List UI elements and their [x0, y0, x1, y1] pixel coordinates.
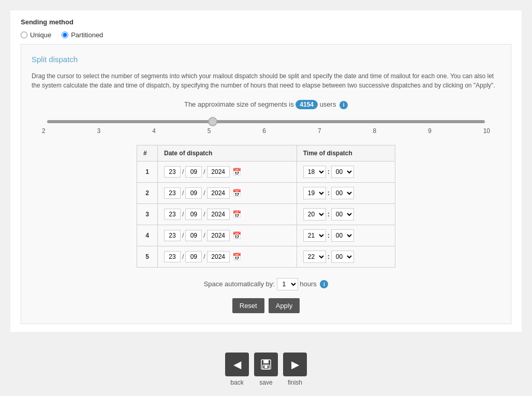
date-sep: /: [182, 168, 184, 175]
hour-select[interactable]: 0001020304050607080910111213141516171819…: [303, 187, 326, 199]
back-nav-wrap: ◀ back: [225, 353, 249, 386]
spacing-row: Space automatically by: 1 2 3 4 hours i: [32, 278, 500, 290]
row-num: 3: [137, 203, 158, 225]
month-field[interactable]: [185, 230, 202, 241]
calendar-icon[interactable]: 📅: [232, 231, 241, 240]
segment-info-icon[interactable]: i: [339, 101, 348, 109]
finish-button[interactable]: ▶: [283, 353, 307, 376]
year-field[interactable]: [207, 251, 230, 262]
split-dispatch-title: Split dispatch: [32, 55, 500, 64]
segments-slider[interactable]: [47, 120, 485, 123]
row-date: / / 📅: [158, 225, 297, 246]
svg-rect-3: [264, 365, 268, 368]
time-colon: :: [328, 211, 330, 218]
time-colon: :: [328, 232, 330, 239]
row-time: 0001020304050607080910111213141516171819…: [297, 161, 395, 182]
table-row: 3 / / 📅 00010203040506070809101112131415…: [137, 203, 395, 225]
back-button[interactable]: ◀: [225, 353, 249, 376]
hour-select[interactable]: 0001020304050607080910111213141516171819…: [303, 251, 326, 263]
space-label: Space automatically by:: [204, 280, 275, 288]
segment-info: The approximate size of segments is 4154…: [32, 100, 500, 109]
hours-label: hours: [300, 280, 317, 288]
slider-label-6: 6: [262, 127, 266, 135]
date-sep2: /: [203, 253, 205, 260]
table-row: 5 / / 📅 00010203040506070809101112131415…: [137, 246, 395, 267]
month-field[interactable]: [185, 209, 202, 220]
unique-radio[interactable]: [21, 32, 27, 38]
unique-option[interactable]: Unique: [21, 31, 51, 39]
hour-select[interactable]: 0001020304050607080910111213141516171819…: [303, 229, 326, 242]
apply-button[interactable]: Apply: [269, 298, 300, 313]
row-time: 0001020304050607080910111213141516171819…: [297, 182, 395, 203]
year-field[interactable]: [207, 209, 230, 220]
hour-select[interactable]: 0001020304050607080910111213141516171819…: [303, 166, 326, 178]
calendar-icon[interactable]: 📅: [232, 253, 241, 261]
min-select[interactable]: 00153045: [331, 229, 354, 242]
button-row: Reset Apply: [32, 298, 500, 313]
split-dispatch-panel: Split dispatch Drag the cursor to select…: [21, 44, 511, 324]
row-date: / / 📅: [158, 246, 297, 267]
row-time: 0001020304050607080910111213141516171819…: [297, 225, 395, 246]
hours-info-icon[interactable]: i: [320, 280, 328, 288]
back-label: back: [230, 379, 243, 386]
table-row: 4 / / 📅 00010203040506070809101112131415…: [137, 225, 395, 246]
row-date: / / 📅: [158, 203, 297, 225]
time-colon: :: [328, 168, 330, 175]
calendar-icon[interactable]: 📅: [232, 210, 241, 218]
row-num: 1: [137, 161, 158, 182]
col-num: #: [137, 145, 158, 161]
date-input-group: / / 📅: [164, 166, 290, 178]
time-colon: :: [328, 189, 330, 197]
year-field[interactable]: [207, 230, 230, 241]
day-field[interactable]: [164, 251, 181, 262]
slider-label-10: 10: [483, 127, 490, 135]
sending-method-section: Sending method Unique Partitioned Split …: [10, 10, 522, 332]
day-field[interactable]: [164, 209, 181, 220]
spacing-select[interactable]: 1 2 3 4: [277, 278, 298, 290]
slider-label-2: 2: [42, 127, 46, 135]
day-field[interactable]: [164, 230, 181, 241]
slider-label-4: 4: [152, 127, 156, 135]
row-date: / / 📅: [158, 161, 297, 182]
year-field[interactable]: [207, 187, 230, 199]
date-sep2: /: [203, 211, 205, 218]
month-field[interactable]: [185, 166, 202, 178]
col-date: Date of dispatch: [158, 145, 297, 161]
slider-label-7: 7: [318, 127, 321, 135]
slider-wrapper: [47, 117, 485, 125]
row-time: 0001020304050607080910111213141516171819…: [297, 203, 395, 225]
save-nav-wrap: save: [254, 353, 278, 386]
min-select[interactable]: 00153045: [331, 251, 354, 263]
slider-label-5: 5: [208, 127, 211, 135]
date-input-group: / / 📅: [164, 187, 290, 199]
date-sep: /: [182, 211, 184, 218]
slider-container: 2 3 4 5 6 7 8 9 10: [32, 117, 500, 135]
month-field[interactable]: [185, 187, 202, 199]
slider-label-3: 3: [97, 127, 101, 135]
day-field[interactable]: [164, 187, 181, 199]
unique-label: Unique: [30, 31, 51, 39]
day-field[interactable]: [164, 166, 181, 178]
partitioned-option[interactable]: Partitioned: [62, 31, 103, 39]
min-select[interactable]: 00153045: [331, 187, 354, 199]
month-field[interactable]: [185, 251, 202, 262]
calendar-icon[interactable]: 📅: [232, 189, 241, 197]
date-input-group: / / 📅: [164, 251, 290, 262]
description-text: Drag the cursor to select the number of …: [32, 71, 500, 90]
date-sep2: /: [203, 189, 205, 197]
min-select[interactable]: 00153045: [331, 166, 354, 178]
save-button[interactable]: [254, 353, 278, 376]
calendar-icon[interactable]: 📅: [232, 168, 241, 176]
table-row: 2 / / 📅 00010203040506070809101112131415…: [137, 182, 395, 203]
dispatch-table: # Date of dispatch Time of dispatch 1 / …: [137, 145, 395, 268]
finish-label: finish: [288, 379, 302, 386]
row-time: 0001020304050607080910111213141516171819…: [297, 246, 395, 267]
reset-button[interactable]: Reset: [232, 298, 264, 313]
row-num: 4: [137, 225, 158, 246]
min-select[interactable]: 00153045: [331, 208, 354, 221]
save-label: save: [259, 379, 272, 386]
year-field[interactable]: [207, 166, 230, 178]
time-colon: :: [328, 253, 330, 260]
partitioned-radio[interactable]: [62, 32, 68, 38]
hour-select[interactable]: 0001020304050607080910111213141516171819…: [303, 208, 326, 221]
